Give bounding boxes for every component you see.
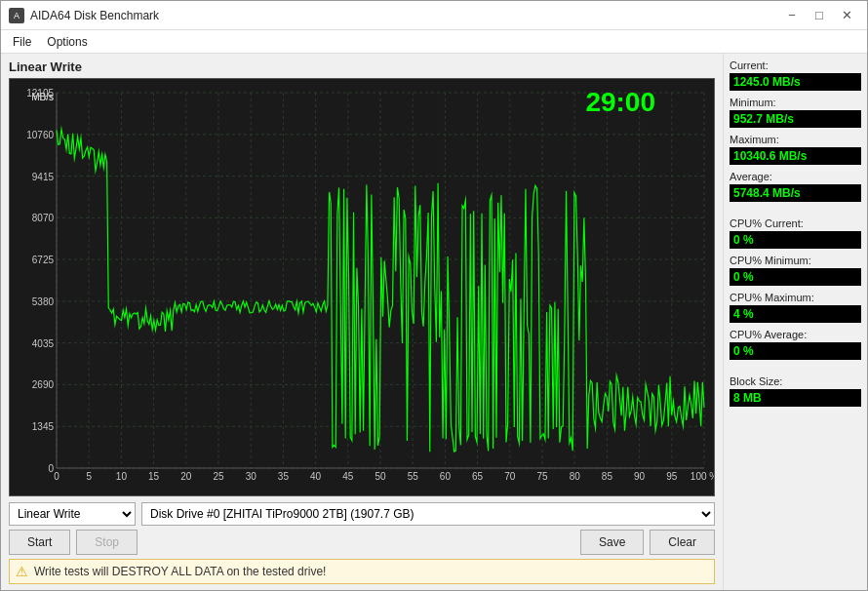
stat-cpu-maximum: CPU% Maximum: 4 %: [730, 292, 861, 323]
stat-cpu-average: CPU% Average: 0 %: [730, 329, 861, 360]
right-panel: Current: 1245.0 MB/s Minimum: 952.7 MB/s…: [723, 54, 867, 590]
btn-row: Start Stop Save Clear: [9, 530, 715, 555]
cpu-average-label: CPU% Average:: [730, 329, 861, 340]
controls-row-1: Linear Write Disk Drive #0 [ZHITAI TiPro…: [9, 502, 715, 526]
average-value: 5748.4 MB/s: [730, 184, 861, 202]
save-button[interactable]: Save: [580, 530, 644, 555]
stat-cpu-current: CPU% Current: 0 %: [730, 217, 861, 249]
menu-bar: File Options: [1, 30, 867, 54]
window-title: AIDA64 Disk Benchmark: [30, 9, 159, 22]
minimum-value: 952.7 MB/s: [730, 110, 861, 128]
block-size-value: 8 MB: [730, 389, 861, 407]
current-label: Current:: [730, 59, 861, 71]
content-area: Linear Write 29:00 Linear Write Disk Dri…: [1, 54, 867, 590]
warning-text: Write tests will DESTROY ALL DATA on the…: [34, 565, 326, 578]
timer-display: 29:00: [585, 87, 655, 118]
current-value: 1245.0 MB/s: [730, 73, 861, 91]
maximize-button[interactable]: □: [807, 5, 832, 26]
stat-average: Average: 5748.4 MB/s: [730, 171, 861, 202]
clear-button[interactable]: Clear: [650, 530, 715, 555]
minimize-button[interactable]: −: [779, 5, 805, 26]
maximum-label: Maximum:: [730, 134, 861, 145]
cpu-current-label: CPU% Current:: [730, 217, 861, 229]
stat-maximum: Maximum: 10340.6 MB/s: [730, 134, 861, 165]
stop-button[interactable]: Stop: [76, 530, 138, 555]
cpu-maximum-value: 4 %: [730, 305, 861, 323]
title-bar: A AIDA64 Disk Benchmark − □ ✕: [1, 1, 867, 30]
chart-title: Linear Write: [9, 59, 715, 74]
chart-area: 29:00: [9, 78, 715, 496]
window-controls: − □ ✕: [779, 5, 859, 26]
stat-current: Current: 1245.0 MB/s: [730, 59, 861, 91]
main-window: A AIDA64 Disk Benchmark − □ ✕ File Optio…: [0, 0, 868, 591]
bottom-controls: Linear Write Disk Drive #0 [ZHITAI TiPro…: [9, 502, 715, 584]
chart-canvas: [10, 79, 714, 495]
cpu-minimum-label: CPU% Minimum:: [730, 255, 861, 266]
warning-bar: ⚠ Write tests will DESTROY ALL DATA on t…: [9, 559, 715, 584]
stat-block-size: Block Size: 8 MB: [730, 375, 861, 407]
app-icon: A: [9, 8, 24, 23]
cpu-maximum-label: CPU% Maximum:: [730, 292, 861, 303]
benchmark-select[interactable]: Linear Write: [9, 502, 136, 526]
menu-options[interactable]: Options: [39, 33, 95, 51]
warning-icon: ⚠: [16, 564, 28, 579]
cpu-current-value: 0 %: [730, 231, 861, 249]
average-label: Average:: [730, 171, 861, 182]
close-button[interactable]: ✕: [834, 5, 859, 26]
cpu-minimum-value: 0 %: [730, 268, 861, 286]
block-size-label: Block Size:: [730, 375, 861, 387]
menu-file[interactable]: File: [5, 33, 39, 51]
stat-cpu-minimum: CPU% Minimum: 0 %: [730, 255, 861, 286]
drive-select[interactable]: Disk Drive #0 [ZHITAI TiPro9000 2TB] (19…: [141, 502, 715, 526]
cpu-average-value: 0 %: [730, 342, 861, 360]
minimum-label: Minimum:: [730, 97, 861, 108]
start-button[interactable]: Start: [9, 530, 70, 555]
maximum-value: 10340.6 MB/s: [730, 147, 861, 165]
stat-minimum: Minimum: 952.7 MB/s: [730, 97, 861, 128]
main-panel: Linear Write 29:00 Linear Write Disk Dri…: [1, 54, 723, 590]
